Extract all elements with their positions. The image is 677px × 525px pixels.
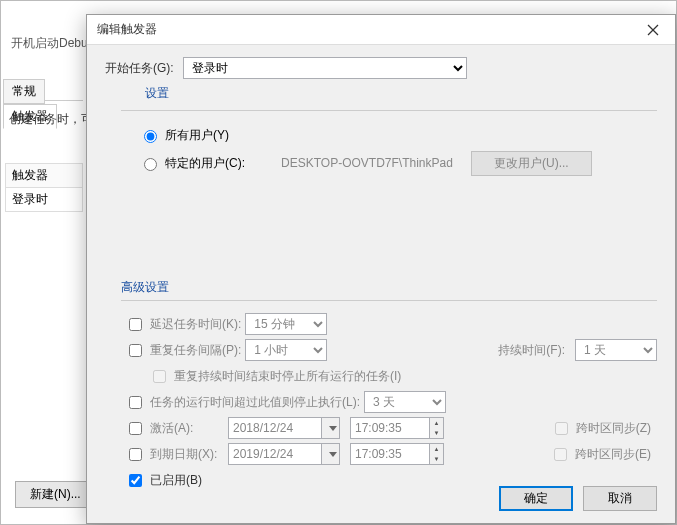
enabled-checkbox[interactable]	[129, 474, 142, 487]
expire-date-group	[224, 443, 340, 465]
bg-help-text: 创建任务时，可	[9, 111, 93, 128]
tz-sync-z-label: 跨时区同步(Z)	[576, 420, 651, 437]
expire-checkbox[interactable]	[129, 448, 142, 461]
close-icon	[647, 24, 659, 36]
stop-longer-row: 任务的运行时间超过此值则停止执行(L): 3 天	[121, 389, 657, 415]
all-users-label: 所有用户(Y)	[165, 127, 229, 144]
activate-date-group	[224, 417, 340, 439]
activate-row: 激活(A): ▲▼ 跨时区同步(Z)	[121, 415, 657, 441]
specific-user-label: 特定的用户(C):	[165, 155, 245, 172]
repeat-checkbox[interactable]	[129, 344, 142, 357]
activate-label: 激活(A):	[150, 420, 224, 437]
bg-tabs: 常规 触发器	[3, 79, 83, 101]
bg-trigger-list: 触发器 登录时	[5, 163, 83, 212]
settings-group-title: 设置	[145, 85, 657, 102]
tz-sync-e-checkbox	[554, 448, 567, 461]
spinner-icon[interactable]: ▲▼	[430, 417, 444, 439]
bg-trigger-header: 触发器	[5, 163, 83, 188]
begin-task-select[interactable]: 登录时	[183, 57, 467, 79]
duration-group: 持续时间(F): 1 天	[498, 339, 657, 361]
stop-at-end-label: 重复持续时间结束时停止所有运行的任务(I)	[174, 368, 401, 385]
expire-row: 到期日期(X): ▲▼ 跨时区同步(E)	[121, 441, 657, 467]
new-button[interactable]: 新建(N)...	[15, 481, 96, 508]
bg-trigger-row[interactable]: 登录时	[5, 188, 83, 212]
titlebar: 编辑触发器	[87, 15, 675, 45]
ok-button[interactable]: 确定	[499, 486, 573, 511]
begin-task-label: 开始任务(G):	[105, 60, 183, 77]
bg-task-name: 开机启动Debu	[3, 31, 96, 56]
stop-at-end-checkbox	[153, 370, 166, 383]
delay-select[interactable]: 15 分钟	[245, 313, 327, 335]
repeat-select[interactable]: 1 小时	[245, 339, 327, 361]
specific-user-value: DESKTOP-OOVTD7F\ThinkPad	[281, 156, 471, 170]
advanced-group: 延迟任务时间(K): 15 分钟 重复任务间隔(P): 1 小时 持续时间(F)…	[121, 300, 657, 493]
expire-time-group: ▲▼	[346, 443, 444, 465]
dialog-footer: 确定 取消	[499, 486, 657, 511]
delay-row: 延迟任务时间(K): 15 分钟	[121, 311, 657, 337]
activate-date-input[interactable]	[228, 417, 322, 439]
dialog-content: 开始任务(G): 登录时 设置 所有用户(Y) 特定的用户(C): DESKTO…	[87, 45, 675, 493]
advanced-group-title: 高级设置	[121, 279, 657, 296]
change-user-button[interactable]: 更改用户(U)...	[471, 151, 592, 176]
spinner-icon[interactable]: ▲▼	[430, 443, 444, 465]
repeat-label: 重复任务间隔(P):	[150, 342, 241, 359]
stop-longer-select[interactable]: 3 天	[364, 391, 446, 413]
duration-label: 持续时间(F):	[498, 342, 565, 359]
cancel-button[interactable]: 取消	[583, 486, 657, 511]
activate-time-input[interactable]	[350, 417, 430, 439]
expire-label: 到期日期(X):	[150, 446, 224, 463]
stop-longer-label: 任务的运行时间超过此值则停止执行(L):	[150, 394, 360, 411]
expire-date-input[interactable]	[228, 443, 322, 465]
tz-sync-z-group: 跨时区同步(Z)	[551, 419, 657, 438]
all-users-row: 所有用户(Y)	[139, 121, 657, 149]
activate-checkbox[interactable]	[129, 422, 142, 435]
calendar-icon[interactable]	[322, 417, 340, 439]
settings-group: 所有用户(Y) 特定的用户(C): DESKTOP-OOVTD7F\ThinkP…	[121, 110, 657, 177]
bg-tab-general[interactable]: 常规	[3, 79, 45, 104]
all-users-radio[interactable]	[144, 130, 157, 143]
edit-trigger-dialog: 编辑触发器 开始任务(G): 登录时 设置 所有用户(Y) 特定的用户(C): …	[86, 14, 676, 524]
dialog-title: 编辑触发器	[97, 21, 631, 38]
begin-task-row: 开始任务(G): 登录时	[105, 57, 657, 79]
specific-user-radio[interactable]	[144, 158, 157, 171]
stop-at-end-row: 重复持续时间结束时停止所有运行的任务(I)	[121, 363, 657, 389]
repeat-row: 重复任务间隔(P): 1 小时 持续时间(F): 1 天	[121, 337, 657, 363]
calendar-icon[interactable]	[322, 443, 340, 465]
activate-time-group: ▲▼	[346, 417, 444, 439]
bg-top-tabs: 开机启动Debu	[3, 31, 96, 55]
stop-longer-checkbox[interactable]	[129, 396, 142, 409]
specific-user-row: 特定的用户(C): DESKTOP-OOVTD7F\ThinkPad 更改用户(…	[139, 149, 657, 177]
tz-sync-e-label: 跨时区同步(E)	[575, 446, 651, 463]
delay-checkbox[interactable]	[129, 318, 142, 331]
expire-time-input[interactable]	[350, 443, 430, 465]
duration-select[interactable]: 1 天	[575, 339, 657, 361]
enabled-label: 已启用(B)	[150, 472, 202, 489]
tz-sync-e-group: 跨时区同步(E)	[550, 445, 657, 464]
close-button[interactable]	[631, 15, 675, 45]
delay-label: 延迟任务时间(K):	[150, 316, 241, 333]
tz-sync-z-checkbox	[555, 422, 568, 435]
